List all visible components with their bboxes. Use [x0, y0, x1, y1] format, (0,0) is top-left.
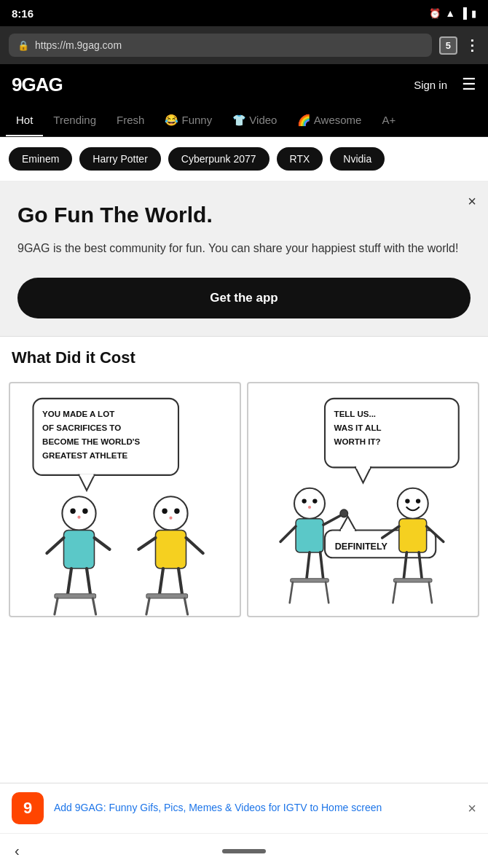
browser-bar: 🔒 https://m.9gag.com 5 ⋮ [0, 26, 488, 64]
site-header: 9GAG Sign in ☰ [0, 64, 488, 105]
tag-harry-potter[interactable]: Harry Potter [79, 147, 160, 171]
svg-point-44 [302, 498, 307, 503]
header-right: Sign in ☰ [414, 75, 476, 94]
battery-icon: ▮ [471, 8, 476, 19]
browser-more-menu[interactable]: ⋮ [465, 36, 479, 54]
lock-icon: 🔒 [17, 40, 29, 51]
tag-cyberpunk[interactable]: Cyberpunk 2077 [168, 147, 269, 171]
tag-nvidia[interactable]: Nvidia [330, 147, 385, 171]
nav-back-button[interactable]: ‹ [15, 842, 20, 859]
svg-point-20 [154, 496, 187, 530]
comic-panel-1-svg: YOU MADE A LOT OF SACRIFICES TO BECOME T… [10, 383, 240, 616]
svg-rect-64 [394, 579, 433, 582]
svg-rect-33 [325, 399, 459, 468]
tags-row: Eminem Harry Potter Cyberpunk 2077 RTX N… [0, 137, 488, 181]
browser-url-box[interactable]: 🔒 https://m.9gag.com [9, 34, 432, 57]
tab-fresh[interactable]: Fresh [106, 105, 154, 136]
svg-text:WAS IT ALL: WAS IT ALL [334, 423, 382, 432]
alarm-icon: ⏰ [429, 8, 441, 19]
svg-point-23 [169, 517, 172, 520]
wifi-icon: ▲ [445, 7, 455, 19]
svg-point-56 [398, 488, 428, 519]
tag-eminem[interactable]: Eminem [9, 147, 72, 171]
svg-point-50 [340, 509, 348, 517]
comic-panel-1: YOU MADE A LOT OF SACRIFICES TO BECOME T… [9, 382, 241, 617]
banner-close-button[interactable]: × [468, 800, 476, 817]
tab-aplus[interactable]: A+ [371, 105, 406, 136]
sign-in-button[interactable]: Sign in [414, 79, 447, 91]
svg-rect-47 [296, 519, 323, 552]
app-icon: 9 [12, 792, 44, 824]
svg-rect-24 [156, 531, 186, 569]
svg-point-46 [308, 506, 311, 509]
tab-trending[interactable]: Trending [43, 105, 106, 136]
comic-panel-2-svg: TELL US... WAS IT ALL WORTH IT? DEFINITE… [248, 383, 478, 616]
banner-text[interactable]: Add 9GAG: Funny Gifs, Pics, Memes & Vide… [54, 801, 457, 816]
status-time: 8:16 [12, 7, 34, 20]
promo-close-button[interactable]: × [468, 193, 476, 210]
svg-point-11 [77, 516, 80, 519]
svg-point-21 [162, 509, 167, 514]
nav-handle [222, 849, 266, 853]
promo-title: Go Fun The World. [17, 202, 471, 228]
svg-text:DEFINITELY: DEFINITELY [335, 541, 388, 552]
status-icons: ⏰ ▲ ▐ ▮ [429, 7, 476, 19]
app-icon-label: 9 [23, 799, 32, 818]
svg-rect-12 [64, 531, 95, 569]
svg-rect-53 [291, 579, 329, 582]
bottom-nav: ‹ [0, 833, 488, 868]
promo-description: 9GAG is the best community for fun. You … [17, 240, 471, 257]
svg-point-45 [312, 498, 317, 503]
browser-tabs[interactable]: 5 [439, 36, 457, 55]
svg-text:WORTH IT?: WORTH IT? [334, 437, 381, 446]
post-section: What Did it Cost [0, 337, 488, 382]
site-logo[interactable]: 9GAG [12, 74, 63, 96]
svg-point-10 [82, 509, 87, 514]
get-app-button[interactable]: Get the app [17, 278, 471, 318]
svg-point-57 [405, 498, 409, 503]
add-to-homescreen-banner: 9 Add 9GAG: Funny Gifs, Pics, Memes & Vi… [0, 783, 488, 833]
nav-tabs: Hot Trending Fresh 😂 Funny 👕 Video 🌈 Awe… [0, 105, 488, 137]
status-bar: 8:16 ⏰ ▲ ▐ ▮ [0, 0, 488, 26]
svg-point-9 [70, 509, 75, 514]
hamburger-menu[interactable]: ☰ [462, 75, 476, 94]
svg-rect-59 [399, 519, 427, 552]
svg-point-58 [416, 498, 420, 503]
svg-point-22 [174, 509, 179, 514]
tab-hot[interactable]: Hot [6, 105, 43, 136]
svg-text:YOU MADE A LOT: YOU MADE A LOT [42, 410, 114, 418]
comic-panel-2: TELL US... WAS IT ALL WORTH IT? DEFINITE… [247, 382, 479, 617]
svg-point-43 [294, 488, 325, 519]
svg-text:BECOME THE WORLD'S: BECOME THE WORLD'S [42, 437, 140, 446]
svg-text:GREATEST ATHLETE: GREATEST ATHLETE [42, 451, 127, 460]
browser-url: https://m.9gag.com [35, 39, 122, 51]
svg-point-8 [62, 496, 95, 530]
tab-funny[interactable]: 😂 Funny [154, 105, 222, 136]
svg-rect-29 [146, 594, 188, 598]
signal-icon: ▐ [460, 7, 467, 19]
tab-video[interactable]: 👕 Video [222, 105, 287, 136]
post-title: What Did it Cost [12, 348, 476, 367]
svg-rect-17 [55, 594, 96, 598]
tab-awesome[interactable]: 🌈 Awesome [287, 105, 371, 136]
promo-banner: × Go Fun The World. 9GAG is the best com… [0, 181, 488, 337]
tag-rtx[interactable]: RTX [277, 147, 323, 171]
svg-text:OF SACRIFICES TO: OF SACRIFICES TO [42, 423, 121, 432]
svg-text:TELL US...: TELL US... [334, 410, 376, 418]
comic-strip: YOU MADE A LOT OF SACRIFICES TO BECOME T… [0, 382, 488, 690]
